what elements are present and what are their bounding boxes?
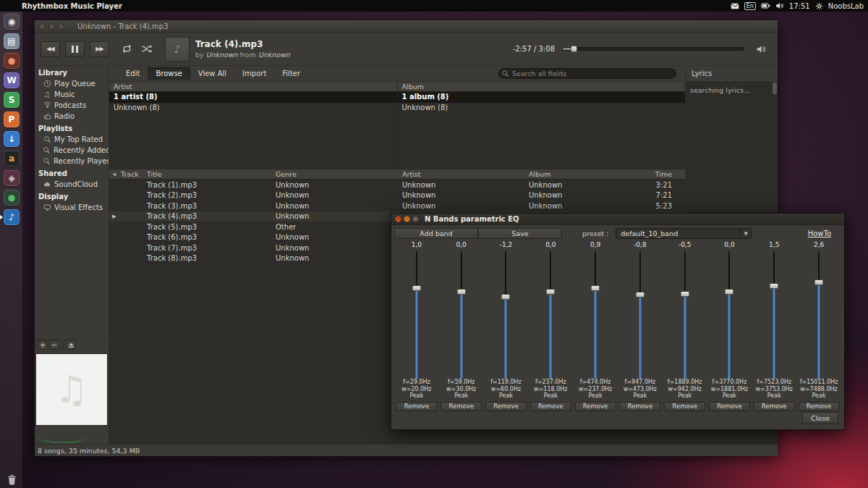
eq-titlebar[interactable]: × − N Bands parametric EQ bbox=[391, 214, 844, 225]
add-band-button[interactable]: Add band bbox=[394, 228, 478, 239]
slider-handle[interactable] bbox=[635, 292, 644, 298]
remove-band-button[interactable]: Remove bbox=[485, 402, 527, 411]
launcher-item-amazon[interactable]: a bbox=[0, 148, 23, 168]
menu-item-import[interactable]: Import bbox=[234, 67, 274, 80]
eq-minimize-button[interactable]: − bbox=[404, 216, 410, 222]
sidebar-item-recently-played[interactable]: Recently Played bbox=[35, 156, 109, 167]
eq-maximize-button[interactable] bbox=[412, 216, 419, 222]
slider-handle[interactable] bbox=[770, 283, 779, 289]
launcher-item-chat[interactable]: ● bbox=[0, 188, 23, 207]
shuffle-button[interactable] bbox=[138, 43, 155, 55]
album-column-header[interactable]: Album bbox=[527, 170, 636, 178]
band-gain-slider[interactable] bbox=[796, 251, 841, 379]
remove-band-button[interactable]: Remove bbox=[664, 402, 705, 411]
band-gain-slider[interactable] bbox=[707, 251, 752, 379]
album-pane-header[interactable]: Album bbox=[398, 82, 686, 92]
sidebar-item-play-queue[interactable]: Play Queue bbox=[35, 78, 109, 89]
sidebar-item-recently-added[interactable]: Recently Added bbox=[35, 145, 109, 156]
band-gain-slider[interactable] bbox=[663, 251, 707, 379]
sidebar-item-music[interactable]: ♫ Music bbox=[35, 89, 109, 100]
launcher-item-settings[interactable]: ◈ bbox=[0, 168, 23, 188]
next-button[interactable]: ▶▶ bbox=[90, 41, 109, 57]
slider-handle[interactable] bbox=[814, 279, 824, 285]
track-column-header[interactable]: Track bbox=[119, 170, 145, 178]
menu-item-filter[interactable]: Filter bbox=[274, 67, 308, 80]
menu-item-view-all[interactable]: View All bbox=[190, 67, 234, 80]
artist-pane-header[interactable]: Artist bbox=[109, 82, 397, 92]
remove-band-button[interactable]: Remove bbox=[619, 402, 660, 411]
window-maximize-button[interactable] bbox=[58, 23, 64, 30]
playing-column-header[interactable]: ◂ bbox=[109, 171, 119, 177]
save-preset-button[interactable]: Save bbox=[478, 228, 562, 239]
launcher-item-rhythmbox[interactable]: ♪ bbox=[0, 207, 23, 227]
browser-item-all-albums[interactable]: 1 album (8) bbox=[398, 92, 686, 103]
slider-handle[interactable] bbox=[501, 294, 511, 300]
slider-handle[interactable] bbox=[725, 289, 734, 295]
seek-slider[interactable] bbox=[562, 47, 744, 51]
preset-dropdown[interactable]: default_10_band ▼ bbox=[616, 228, 752, 239]
band-gain-slider[interactable] bbox=[439, 251, 484, 379]
launcher-item-browser[interactable]: ● bbox=[0, 51, 23, 70]
slider-handle[interactable] bbox=[456, 289, 466, 295]
search-input[interactable] bbox=[498, 68, 676, 79]
band-gain-slider[interactable] bbox=[573, 251, 618, 379]
remove-band-button[interactable]: Remove bbox=[799, 402, 840, 411]
track-row[interactable]: Track (3).mp3 Unknown Unknown Unknown 5:… bbox=[109, 201, 685, 211]
time-column-header[interactable]: Time bbox=[636, 170, 685, 178]
session-user-label[interactable]: NoobsLab bbox=[828, 2, 864, 10]
keyboard-layout-indicator[interactable]: En bbox=[744, 2, 756, 10]
band-gain-slider[interactable] bbox=[752, 251, 796, 379]
slider-handle[interactable] bbox=[412, 285, 421, 291]
launcher-item-wps-writer[interactable]: W bbox=[0, 70, 23, 90]
menu-item-browse[interactable]: Browse bbox=[148, 67, 190, 80]
window-minimize-button[interactable] bbox=[48, 23, 55, 30]
launcher-trash-icon[interactable] bbox=[0, 474, 23, 486]
browser-item-all-artists[interactable]: 1 artist (8) bbox=[109, 92, 397, 103]
sidebar-item-podcasts[interactable]: Podcasts bbox=[35, 100, 109, 111]
genre-column-header[interactable]: Genre bbox=[274, 170, 401, 178]
eject-button[interactable] bbox=[66, 340, 76, 350]
message-indicator-icon[interactable] bbox=[731, 2, 739, 10]
sidebar-item-soundcloud[interactable]: SoundCloud bbox=[35, 179, 109, 190]
slider-handle[interactable] bbox=[591, 285, 600, 291]
band-gain-slider[interactable] bbox=[484, 251, 529, 379]
pause-button[interactable] bbox=[65, 41, 85, 57]
window-titlebar[interactable]: Unknown - Track (4).mp3 bbox=[35, 20, 778, 33]
sound-icon[interactable] bbox=[775, 2, 784, 9]
sidebar-item-radio[interactable]: Radio bbox=[35, 111, 109, 122]
band-gain-slider[interactable] bbox=[528, 251, 573, 379]
slider-handle[interactable] bbox=[546, 289, 556, 295]
browser-item-unknown-artist[interactable]: Unknown (8) bbox=[109, 103, 397, 114]
howto-link[interactable]: HowTo bbox=[808, 230, 831, 237]
menu-item-edit[interactable]: Edit bbox=[118, 67, 148, 80]
seek-handle[interactable] bbox=[571, 46, 577, 52]
sidebar-item-visual-effects[interactable]: Visual Effects bbox=[35, 202, 109, 213]
previous-button[interactable]: ◀◀ bbox=[41, 41, 60, 57]
track-row[interactable]: Track (2).mp3 Unknown Unknown Unknown 7:… bbox=[109, 190, 685, 201]
session-gear-icon[interactable] bbox=[815, 2, 823, 10]
remove-band-button[interactable]: Remove bbox=[530, 402, 571, 411]
repeat-button[interactable] bbox=[119, 43, 135, 55]
launcher-item-downloader[interactable]: ↓ bbox=[0, 129, 23, 148]
launcher-item-wps-presentation[interactable]: P bbox=[0, 109, 23, 129]
eq-close-window-button[interactable]: × bbox=[395, 216, 401, 222]
clock[interactable]: 17:51 bbox=[789, 2, 810, 10]
track-row[interactable]: Track (1).mp3 Unknown Unknown Unknown 3:… bbox=[109, 180, 685, 190]
battery-icon[interactable] bbox=[761, 2, 770, 9]
band-gain-slider[interactable] bbox=[394, 251, 439, 379]
sidebar-item-my-top-rated[interactable]: My Top Rated bbox=[35, 134, 109, 145]
remove-band-button[interactable]: Remove bbox=[396, 402, 437, 411]
browser-item-unknown-album[interactable]: Unknown (8) bbox=[398, 103, 686, 114]
title-column-header[interactable]: Title bbox=[145, 170, 274, 178]
remove-band-button[interactable]: Remove bbox=[754, 402, 795, 411]
add-source-button[interactable]: + bbox=[38, 340, 48, 350]
remove-band-button[interactable]: Remove bbox=[441, 402, 482, 411]
launcher-item-files[interactable]: ▤ bbox=[0, 31, 23, 51]
remove-source-button[interactable]: − bbox=[49, 340, 59, 350]
launcher-item-dash[interactable]: ◉ bbox=[0, 12, 23, 31]
launcher-item-wps-spreadsheets[interactable]: S bbox=[0, 90, 23, 109]
remove-band-button[interactable]: Remove bbox=[575, 402, 616, 411]
band-gain-slider[interactable] bbox=[618, 251, 663, 379]
close-dialog-button[interactable]: Close bbox=[802, 412, 838, 424]
artist-column-header[interactable]: Artist bbox=[401, 170, 527, 178]
